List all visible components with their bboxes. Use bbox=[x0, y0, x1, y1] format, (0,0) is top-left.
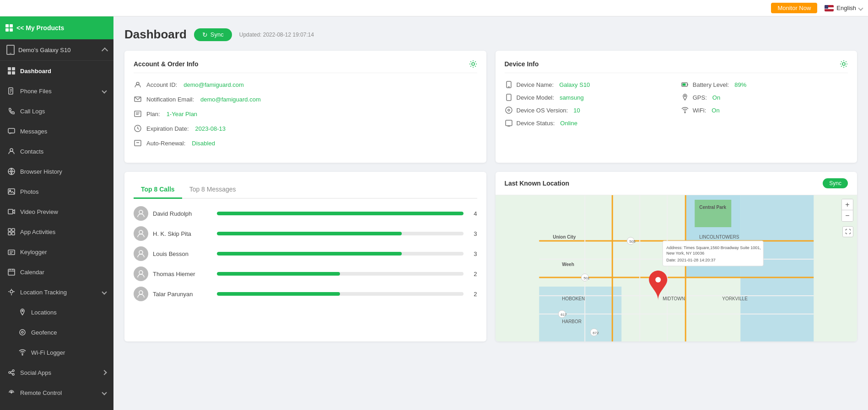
svg-text:Weeh: Weeh bbox=[562, 262, 574, 267]
map-sync-button[interactable]: Sync bbox=[823, 178, 848, 188]
messages-icon bbox=[7, 127, 16, 135]
app-activities-label: App Activities bbox=[20, 229, 55, 235]
calls-list: David Rudolph 4 H. K. Skip Pita 3 bbox=[134, 206, 477, 301]
svg-text:Date: 2021-01-28 14:20:37: Date: 2021-01-28 14:20:37 bbox=[666, 258, 716, 262]
account-card-title: Account & Order Info bbox=[134, 60, 199, 68]
svg-text:HOBOKEN: HOBOKEN bbox=[562, 296, 585, 301]
sidebar-item-remote-control[interactable]: Remote Control bbox=[0, 383, 113, 403]
chevron-down-icon bbox=[858, 5, 863, 11]
sidebar-item-social-apps[interactable]: Social Apps bbox=[0, 362, 113, 383]
os-version-value: 10 bbox=[573, 107, 580, 114]
sidebar-item-video-preview[interactable]: Video Preview bbox=[0, 202, 113, 222]
device-info-grid: Device Name: Galaxy S10 Battery Level: 8… bbox=[505, 80, 848, 127]
sidebar-item-location-tracking[interactable]: Location Tracking bbox=[0, 282, 113, 302]
sidebar-item-dashboard[interactable]: Dashboard bbox=[0, 61, 113, 81]
device-model-icon bbox=[505, 93, 513, 101]
contacts-icon bbox=[7, 147, 16, 155]
tab-top-8-messages[interactable]: Top 8 Messages bbox=[182, 181, 243, 199]
svg-rect-37 bbox=[135, 111, 141, 117]
locations-label: Locations bbox=[31, 309, 57, 316]
contacts-label: Contacts bbox=[20, 148, 43, 155]
monitor-now-button[interactable]: Monitor Now bbox=[771, 3, 817, 13]
sidebar-device-left: Demo's Galaxy S10 bbox=[6, 45, 70, 55]
sidebar-item-contacts[interactable]: Contacts bbox=[0, 141, 113, 161]
device-status-icon bbox=[505, 119, 513, 127]
notification-email-label: Notification Email: bbox=[146, 96, 194, 103]
map-zoom-in-button[interactable]: + bbox=[842, 199, 853, 210]
avatar bbox=[134, 246, 148, 261]
svg-point-25 bbox=[20, 330, 25, 335]
sidebar-item-photos[interactable]: Photos bbox=[0, 181, 113, 202]
device-card-title: Device Info bbox=[505, 60, 539, 68]
call-list-item: Thomas Hiemer 2 bbox=[134, 266, 477, 281]
svg-line-31 bbox=[11, 371, 12, 372]
sidebar-item-keylogger[interactable]: Keylogger bbox=[0, 242, 113, 262]
auto-renewal-label: Auto-Renewal: bbox=[146, 140, 185, 147]
map-zoom-out-button[interactable]: − bbox=[842, 210, 853, 221]
sidebar-item-call-logs[interactable]: Call Logs bbox=[0, 101, 113, 121]
sync-button[interactable]: ↻ Sync bbox=[194, 28, 232, 41]
wifi-value: On bbox=[712, 107, 719, 114]
svg-text:617: 617 bbox=[561, 313, 567, 317]
sidebar-item-wifi-logger[interactable]: Wi-Fi Logger bbox=[0, 342, 113, 362]
notification-email-row: Notification Email: demo@famiguard.com bbox=[134, 95, 477, 103]
sidebar-device[interactable]: Demo's Galaxy S10 bbox=[0, 39, 113, 61]
sidebar-item-locations[interactable]: Locations bbox=[0, 302, 113, 322]
browser-icon bbox=[7, 167, 16, 176]
social-apps-chevron-icon bbox=[102, 370, 107, 375]
sidebar-item-phone-files[interactable]: Phone Files bbox=[0, 81, 113, 101]
os-version-item: Device OS Version: 10 bbox=[505, 106, 672, 114]
account-id-icon bbox=[134, 80, 142, 89]
call-name: Thomas Hiemer bbox=[153, 271, 212, 277]
svg-point-52 bbox=[506, 107, 512, 113]
plan-icon bbox=[134, 110, 142, 118]
map-fullscreen-button[interactable]: ⛶ bbox=[842, 226, 853, 237]
social-apps-icon bbox=[7, 368, 16, 377]
map-controls: + − bbox=[841, 199, 853, 222]
sidebar: << My Products Demo's Galaxy S10 Dashboa… bbox=[0, 16, 113, 410]
device-gear-icon[interactable] bbox=[840, 60, 848, 68]
sync-icon: ↻ bbox=[202, 31, 208, 38]
account-gear-icon[interactable] bbox=[469, 60, 477, 68]
svg-point-28 bbox=[9, 372, 11, 373]
svg-point-29 bbox=[12, 370, 14, 372]
language-selector[interactable]: English bbox=[825, 5, 863, 11]
dashboard-icon bbox=[7, 67, 16, 75]
sidebar-item-app-activities[interactable]: App Activities bbox=[0, 222, 113, 242]
svg-point-33 bbox=[11, 392, 12, 393]
sidebar-item-geofence[interactable]: Geofence bbox=[0, 322, 113, 342]
svg-rect-65 bbox=[740, 195, 814, 341]
svg-point-26 bbox=[22, 331, 23, 333]
locations-icon bbox=[18, 308, 27, 316]
map-svg: Union City Central Park LINCOLNTOWERS We… bbox=[496, 195, 857, 341]
call-bar-wrapper bbox=[217, 212, 464, 215]
location-tracking-icon bbox=[7, 288, 16, 296]
account-id-label: Account ID: bbox=[146, 81, 177, 88]
account-order-card: Account & Order Info Account ID: demo@fa… bbox=[124, 51, 486, 163]
call-bar-wrapper bbox=[217, 272, 464, 276]
sidebar-item-browser-history[interactable]: Browser History bbox=[0, 161, 113, 181]
call-logs-icon bbox=[7, 107, 16, 115]
call-name: H. K. Skip Pita bbox=[153, 230, 212, 237]
updated-text: Updated: 2022-08-12 19:07:14 bbox=[239, 32, 314, 38]
sidebar-header[interactable]: << My Products bbox=[0, 16, 113, 39]
device-name-label: Demo's Galaxy S10 bbox=[18, 47, 70, 53]
sidebar-item-calendar[interactable]: Calendar bbox=[0, 262, 113, 282]
wifi-item: WiFi: On bbox=[681, 106, 848, 114]
sidebar-item-messages[interactable]: Messages bbox=[0, 121, 113, 141]
svg-rect-14 bbox=[8, 229, 11, 231]
tab-top-8-calls[interactable]: Top 8 Calls bbox=[134, 181, 182, 199]
device-name-item: Device Name: Galaxy S10 bbox=[505, 80, 672, 89]
svg-point-94 bbox=[655, 277, 661, 282]
svg-point-53 bbox=[508, 109, 510, 111]
expiration-label: Expiration Date: bbox=[146, 125, 189, 132]
location-tracking-chevron-icon bbox=[102, 289, 107, 294]
device-phone-icon bbox=[505, 80, 513, 89]
svg-text:501: 501 bbox=[583, 276, 590, 280]
svg-text:HARBOR: HARBOR bbox=[562, 319, 582, 324]
svg-point-62 bbox=[139, 291, 143, 294]
svg-text:Central Park: Central Park bbox=[699, 205, 726, 210]
auto-renewal-icon bbox=[134, 139, 142, 147]
call-bar bbox=[217, 272, 340, 276]
app-body: << My Products Demo's Galaxy S10 Dashboa… bbox=[0, 16, 868, 410]
